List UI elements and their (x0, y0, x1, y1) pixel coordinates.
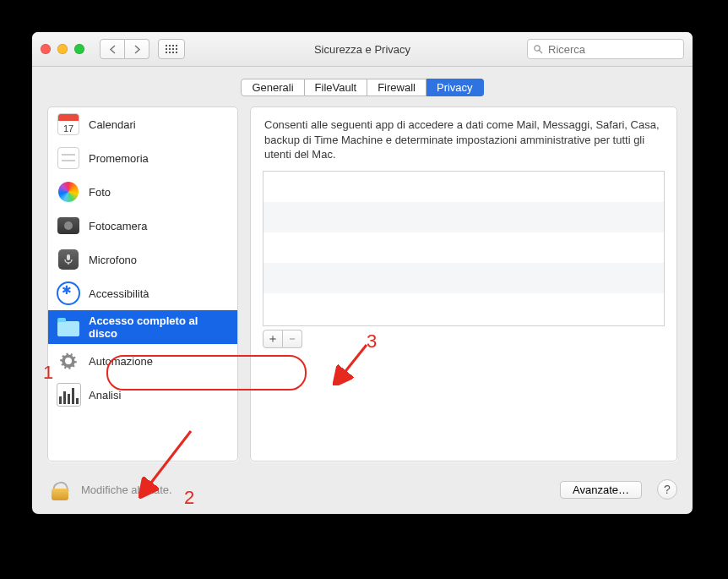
sidebar-item-label: Accesso completo al disco (89, 314, 229, 340)
tab-firewall[interactable]: Firewall (367, 79, 426, 96)
svg-rect-2 (67, 254, 70, 260)
sidebar-item-analisi[interactable]: Analisi (48, 378, 237, 412)
grid-icon (166, 45, 177, 53)
list-row (263, 172, 664, 202)
titlebar: Sicurezza e Privacy (32, 32, 693, 67)
search-input[interactable] (546, 42, 678, 57)
show-all-button[interactable] (158, 39, 185, 59)
preferences-window: Sicurezza e Privacy Generali FileVault F… (32, 32, 693, 514)
search-icon (533, 44, 543, 54)
search-field[interactable] (527, 39, 684, 59)
list-row (263, 263, 664, 293)
detail-panel: Consenti alle seguenti app di accedere a… (250, 107, 677, 462)
sidebar-item-label: Calendari (89, 118, 136, 131)
lock-status-text: Modifiche abilitate. (81, 483, 172, 496)
sidebar-item-calendari[interactable]: Calendari (48, 107, 237, 141)
sidebar-item-microfono[interactable]: Microfono (48, 243, 237, 276)
advanced-button[interactable]: Avanzate… (560, 481, 642, 499)
back-button[interactable] (100, 39, 125, 59)
accessibility-icon (57, 281, 80, 305)
add-app-button[interactable]: ＋ (263, 330, 283, 348)
sidebar-item-full-disk-access[interactable]: Accesso completo al disco (48, 310, 237, 344)
camera-icon (57, 217, 79, 234)
list-row (263, 202, 664, 232)
tab-privacy[interactable]: Privacy (426, 79, 484, 96)
help-button[interactable]: ? (657, 479, 677, 500)
sidebar-item-label: Foto (89, 186, 111, 199)
sidebar-item-label: Accessibilità (89, 287, 149, 300)
gear-icon (57, 349, 80, 373)
photos-icon (58, 182, 79, 202)
calendar-icon (57, 113, 79, 135)
list-row (263, 232, 664, 263)
tab-generali[interactable]: Generali (241, 79, 304, 96)
sidebar-item-automazione[interactable]: Automazione (48, 344, 237, 378)
footer: Modifiche abilitate. Avanzate… ? (32, 468, 693, 514)
tab-bar: Generali FileVault Firewall Privacy (32, 67, 693, 107)
window-controls (41, 44, 84, 54)
close-window-button[interactable] (41, 44, 51, 54)
sidebar-item-fotocamera[interactable]: Fotocamera (48, 209, 237, 243)
folder-icon (57, 321, 79, 336)
sidebar-item-label: Promemoria (89, 152, 149, 165)
window-title: Sicurezza e Privacy (314, 43, 410, 56)
sidebar-item-accessibilita[interactable]: Accessibilità (48, 276, 237, 310)
analytics-icon (57, 383, 81, 407)
sidebar-item-label: Fotocamera (89, 220, 147, 232)
remove-app-button[interactable]: － (283, 330, 302, 348)
privacy-category-list: Calendari Promemoria Foto Fotocamera Mic… (47, 107, 238, 462)
forward-button[interactable] (125, 39, 149, 59)
minimize-window-button[interactable] (57, 44, 68, 54)
permission-description: Consenti alle seguenti app di accedere a… (251, 107, 676, 171)
app-list[interactable] (263, 171, 665, 326)
sidebar-item-label: Analisi (89, 389, 121, 401)
zoom-window-button[interactable] (74, 44, 84, 54)
svg-point-0 (535, 46, 540, 51)
sidebar-item-foto[interactable]: Foto (48, 175, 237, 209)
lock-icon[interactable] (47, 477, 73, 502)
list-row (263, 293, 664, 324)
sidebar-item-label: Microfono (89, 254, 137, 266)
microphone-icon (58, 249, 79, 270)
tab-filevault[interactable]: FileVault (305, 79, 368, 96)
svg-line-1 (540, 51, 542, 53)
sidebar-item-promemoria[interactable]: Promemoria (48, 141, 237, 175)
reminders-icon (57, 147, 79, 169)
sidebar-item-label: Automazione (89, 355, 153, 368)
